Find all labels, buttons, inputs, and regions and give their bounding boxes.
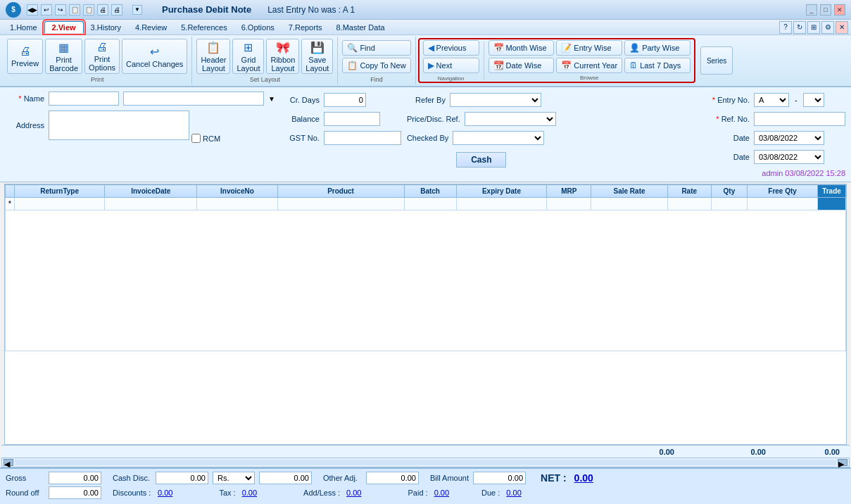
trade-cell[interactable] xyxy=(818,198,846,210)
browse-buttons-grid: 📅 Month Wise 📝 Entry Wise 👤 Party Wise 📆… xyxy=(488,40,691,73)
print-options-button[interactable]: 🖨 Print Options xyxy=(84,39,120,74)
adj-input[interactable] xyxy=(259,472,312,484)
round-off-input[interactable] xyxy=(49,486,101,499)
menu-reports[interactable]: 7.Reports xyxy=(282,22,329,33)
print-barcode-button[interactable]: ▦ Print Barcode xyxy=(45,39,82,74)
settings-icon[interactable]: ⚙ xyxy=(821,21,834,34)
sale-rate-cell[interactable] xyxy=(591,198,668,210)
next-button[interactable]: ▶ Next xyxy=(423,58,479,73)
nav-icon-7[interactable]: 🖨 xyxy=(111,4,122,15)
menu-view[interactable]: 2.View xyxy=(44,21,84,33)
tax-value[interactable]: 0.00 xyxy=(242,489,257,497)
name-input2[interactable] xyxy=(123,92,264,106)
bill-amount-input[interactable] xyxy=(473,472,526,484)
gst-no-input[interactable] xyxy=(324,131,401,145)
invoice-date-cell[interactable] xyxy=(105,198,197,210)
scrollbar-right-btn[interactable]: ▶ xyxy=(838,459,847,466)
table-row[interactable]: * xyxy=(6,198,846,210)
nav-icon-5[interactable]: 📋 xyxy=(83,4,94,15)
data-grid-container[interactable]: ReturnType InvoiceDate InvoiceNo Product… xyxy=(4,184,847,445)
grid-layout-button[interactable]: ⊞ Grid Layout xyxy=(232,39,264,74)
name-input[interactable] xyxy=(49,92,119,106)
balance-input[interactable] xyxy=(324,112,380,126)
date-wise-button[interactable]: 📆 Date Wise xyxy=(488,58,555,73)
previous-button[interactable]: ◀ Previous xyxy=(423,40,479,56)
menu-history[interactable]: 3.History xyxy=(84,22,128,33)
rs-unit-select[interactable]: Rs. xyxy=(213,472,255,484)
qty-cell[interactable] xyxy=(711,198,748,210)
power-icon[interactable]: ✕ xyxy=(836,21,848,34)
cash-disc-input[interactable] xyxy=(156,472,208,484)
nav-icon-1[interactable]: ◀▶ xyxy=(27,4,38,15)
batch-cell[interactable] xyxy=(404,198,456,210)
entry-wise-button[interactable]: 📝 Entry Wise xyxy=(556,40,622,56)
ribbon-layout-button[interactable]: 🎀 Ribbon Layout xyxy=(266,39,299,74)
date2-select[interactable]: 03/08/2022 xyxy=(754,150,824,164)
preview-button[interactable]: 🖨 Preview xyxy=(7,39,43,74)
checked-by-select[interactable] xyxy=(453,131,544,145)
product-cell[interactable] xyxy=(277,198,404,210)
form-far-right: Entry No. A - Ref. No. Date 03/08/2022 D… xyxy=(711,93,845,177)
save-layout-button[interactable]: 💾 Save Layout xyxy=(301,39,333,74)
current-year-button[interactable]: 📅 Current Year xyxy=(556,58,622,73)
rate-cell[interactable] xyxy=(667,198,711,210)
dropdown-arrow-icon[interactable]: ▼ xyxy=(132,5,142,15)
browse-label: Browse xyxy=(488,75,691,81)
nav-icon-6[interactable]: 🖨 xyxy=(97,4,108,15)
scrollbar-track[interactable] xyxy=(15,460,836,465)
menu-references[interactable]: 5.References xyxy=(174,22,234,33)
header-layout-button[interactable]: 📋 Header Layout xyxy=(196,39,230,74)
nav-icon-3[interactable]: ↪ xyxy=(55,4,66,15)
discounts-value[interactable]: 0.00 xyxy=(158,489,172,497)
scrollbar-left-btn[interactable]: ◀ xyxy=(4,459,13,466)
cancel-changes-button[interactable]: ↩ Cancel Changes xyxy=(122,39,187,74)
ref-no-input[interactable] xyxy=(754,112,845,126)
name-label: Name xyxy=(6,94,44,103)
date-select[interactable]: 03/08/2022 xyxy=(754,131,824,145)
free-qty-cell[interactable] xyxy=(748,198,818,210)
restore-button[interactable]: □ xyxy=(820,4,831,15)
menu-review[interactable]: 4.Review xyxy=(128,22,174,33)
horizontal-scrollbar[interactable]: ◀ ▶ xyxy=(1,458,850,467)
menu-options[interactable]: 6.Options xyxy=(234,22,282,33)
next-icon: ▶ xyxy=(428,61,434,70)
net-value[interactable]: 0.00 xyxy=(574,472,593,484)
add-less-value[interactable]: 0.00 xyxy=(346,489,361,497)
entry-no-row: Entry No. A - xyxy=(711,93,845,107)
address-textarea[interactable] xyxy=(49,111,189,140)
copy-new-icon: 📋 xyxy=(347,61,358,70)
close-button[interactable]: ✕ xyxy=(834,4,845,15)
menu-master[interactable]: 8.Master Data xyxy=(329,22,391,33)
nav-icon-4[interactable]: 📋 xyxy=(69,4,80,15)
find-button[interactable]: 🔍 Find xyxy=(342,40,410,56)
invoice-no-cell[interactable] xyxy=(197,198,277,210)
entry-no-select[interactable]: A xyxy=(754,93,789,107)
cr-days-input[interactable] xyxy=(324,93,366,107)
name-dropdown-icon[interactable]: ▼ xyxy=(268,95,275,103)
refer-by-select[interactable] xyxy=(450,93,541,107)
mrp-cell[interactable] xyxy=(547,198,591,210)
gross-input[interactable] xyxy=(49,472,101,484)
minimize-button[interactable]: _ xyxy=(806,4,817,15)
series-button[interactable]: Series xyxy=(700,46,733,75)
return-type-cell[interactable] xyxy=(14,198,104,210)
rcm-checkbox[interactable] xyxy=(191,134,201,143)
cash-button[interactable]: Cash xyxy=(456,152,506,168)
window-icon[interactable]: ⊞ xyxy=(807,21,820,34)
other-adj-input[interactable] xyxy=(366,472,419,484)
copy-to-new-button[interactable]: 📋 Copy To New xyxy=(342,58,410,73)
nav-icon-2[interactable]: ↩ xyxy=(41,4,52,15)
title-bar-left: $ ◀▶ ↩ ↪ 📋 📋 🖨 🖨 ▼ Purchase Debit Note L… xyxy=(6,2,355,18)
month-wise-button[interactable]: 📅 Month Wise xyxy=(488,40,555,56)
last-7-days-button[interactable]: 🗓 Last 7 Days xyxy=(624,58,691,73)
help-icon[interactable]: ? xyxy=(779,21,792,34)
menu-home[interactable]: 1.Home xyxy=(3,22,44,33)
main-content: Name ▼ Address RCM xyxy=(0,87,851,504)
refresh-icon[interactable]: ↻ xyxy=(793,21,806,34)
price-disc-select[interactable] xyxy=(465,112,556,126)
entry-no-select2[interactable] xyxy=(803,93,824,107)
expiry-date-cell[interactable] xyxy=(456,198,547,210)
party-wise-button[interactable]: 👤 Party Wise xyxy=(624,40,691,56)
due-value[interactable]: 0.00 xyxy=(506,489,521,497)
paid-value[interactable]: 0.00 xyxy=(434,489,449,497)
